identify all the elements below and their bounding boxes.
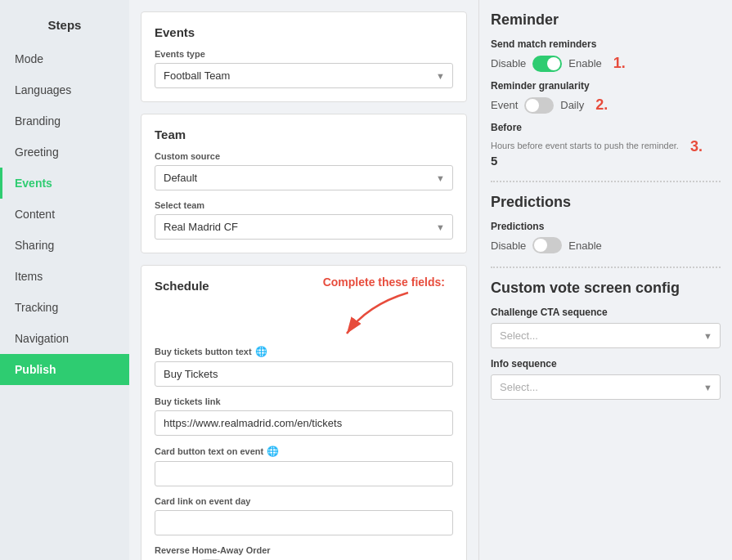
events-card: Events Events type Football Team ▼: [141, 11, 467, 102]
events-type-group: Events type Football Team ▼: [155, 49, 453, 88]
sidebar-item-tracking[interactable]: Tracking: [0, 292, 129, 323]
card-btn-text-group: Card button text on event 🌐: [155, 446, 453, 486]
challenge-cta-select[interactable]: Select...: [491, 323, 721, 348]
granularity-toggle-row: Event Daily: [491, 97, 584, 114]
card-btn-text-input[interactable]: [155, 461, 453, 486]
card-link-label: Card link on event day: [155, 496, 453, 506]
info-sequence-select-wrapper: Select... ▼: [491, 374, 721, 400]
sidebar-item-branding[interactable]: Branding: [0, 105, 129, 137]
sidebar-title: Steps: [0, 8, 129, 43]
before-label: Before: [491, 122, 721, 133]
select-team-select[interactable]: Real Madrid CF: [155, 214, 453, 240]
custom-source-select[interactable]: Default: [155, 165, 453, 190]
sidebar-item-events[interactable]: Events: [0, 168, 129, 199]
sidebar-item-sharing[interactable]: Sharing: [0, 230, 129, 261]
granularity-label: Reminder granularity: [491, 80, 721, 92]
custom-source-select-wrapper: Default ▼: [155, 165, 453, 190]
divider-2: [491, 267, 721, 268]
team-card-title: Team: [155, 128, 453, 141]
predictions-section: Predictions Predictions Disable Enable: [491, 194, 721, 253]
granularity-slider: [524, 97, 554, 114]
send-match-slider: [532, 56, 562, 72]
select-team-label: Select team: [155, 200, 453, 210]
sidebar-item-publish[interactable]: Publish: [0, 354, 129, 385]
buy-tickets-btn-label: Buy tickets button text 🌐: [155, 346, 453, 357]
step3-label: 3.: [690, 138, 703, 155]
predictions-slider: [532, 237, 562, 253]
events-type-select[interactable]: Football Team: [155, 63, 453, 88]
events-card-title: Events: [155, 25, 453, 39]
card-link-input[interactable]: [155, 510, 453, 535]
send-match-enable-label: Enable: [568, 57, 601, 69]
buy-tickets-btn-input[interactable]: [155, 361, 453, 387]
granularity-event-label: Event: [491, 99, 518, 111]
send-match-toggle[interactable]: [532, 56, 562, 72]
predictions-disable-label: Disable: [491, 240, 526, 252]
custom-vote-title: Custom vote screen config: [491, 280, 721, 297]
custom-source-label: Custom source: [155, 151, 453, 161]
right-panel: Reminder Send match reminders Disable En…: [478, 0, 732, 560]
step2-label: 2.: [595, 96, 608, 114]
predictions-title: Predictions: [491, 194, 721, 211]
buy-tickets-link-group: Buy tickets link: [155, 396, 453, 436]
globe-icon-2: 🌐: [267, 446, 279, 457]
buy-tickets-link-input[interactable]: [155, 410, 453, 436]
predictions-toggle-row: Disable Enable: [491, 237, 721, 253]
info-sequence-group: Info sequence Select... ▼: [491, 358, 721, 400]
sidebar-item-mode[interactable]: Mode: [0, 43, 129, 74]
sidebar-item-navigation[interactable]: Navigation: [0, 323, 129, 354]
card-btn-text-label: Card button text on event 🌐: [155, 446, 453, 457]
reverse-home-away-label: Reverse Home-Away Order: [155, 545, 453, 555]
before-value: 5: [491, 154, 679, 168]
annotation-arrow-icon: [335, 289, 433, 346]
granularity-toggle[interactable]: [524, 97, 554, 114]
reminder-title: Reminder: [491, 11, 721, 29]
predictions-toggle[interactable]: [532, 237, 562, 253]
events-type-select-wrapper: Football Team ▼: [155, 63, 453, 88]
sidebar-item-greeting[interactable]: Greeting: [0, 137, 129, 168]
send-match-label: Send match reminders: [491, 38, 721, 50]
send-match-toggle-row: Disable Enable: [491, 56, 602, 72]
card-link-group: Card link on event day: [155, 496, 453, 535]
challenge-cta-label: Challenge CTA sequence: [491, 307, 721, 318]
center-panel: Events Events type Football Team ▼ Team …: [129, 0, 478, 560]
reverse-home-away-group: Reverse Home-Away Order Disable Enable: [155, 545, 453, 560]
custom-source-group: Custom source Default ▼: [155, 151, 453, 190]
custom-vote-section: Custom vote screen config Challenge CTA …: [491, 280, 721, 400]
predictions-enable-label: Enable: [568, 240, 601, 252]
info-sequence-label: Info sequence: [491, 358, 721, 370]
select-team-group: Select team Real Madrid CF ▼: [155, 200, 453, 240]
granularity-daily-label: Daily: [560, 99, 584, 111]
events-type-label: Events type: [155, 49, 453, 59]
step1-label: 1.: [613, 55, 626, 72]
main-content: Events Events type Football Team ▼ Team …: [129, 0, 732, 560]
divider-1: [491, 181, 721, 182]
sidebar-item-languages[interactable]: Languages: [0, 74, 129, 105]
before-sub-text: Hours before event starts to push the re…: [491, 141, 679, 150]
send-match-disable-label: Disable: [491, 57, 526, 69]
info-sequence-select[interactable]: Select...: [491, 374, 721, 400]
predictions-label: Predictions: [491, 221, 721, 232]
globe-icon: 🌐: [255, 346, 267, 357]
buy-tickets-link-label: Buy tickets link: [155, 396, 453, 406]
schedule-card: Schedule Complete these fields:: [141, 265, 467, 560]
team-card: Team Custom source Default ▼ Select team…: [141, 114, 467, 253]
challenge-cta-group: Challenge CTA sequence Select... ▼: [491, 307, 721, 348]
challenge-cta-select-wrapper: Select... ▼: [491, 323, 721, 348]
buy-tickets-btn-group: Buy tickets button text 🌐: [155, 346, 453, 387]
reminder-section: Reminder Send match reminders Disable En…: [491, 11, 721, 168]
sidebar: Steps Mode Languages Branding Greeting E…: [0, 0, 129, 560]
sidebar-item-content[interactable]: Content: [0, 199, 129, 230]
sidebar-item-items[interactable]: Items: [0, 261, 129, 292]
select-team-select-wrapper: Real Madrid CF ▼: [155, 214, 453, 240]
schedule-card-title: Schedule: [155, 279, 209, 293]
annotation-text: Complete these fields:: [323, 276, 445, 289]
